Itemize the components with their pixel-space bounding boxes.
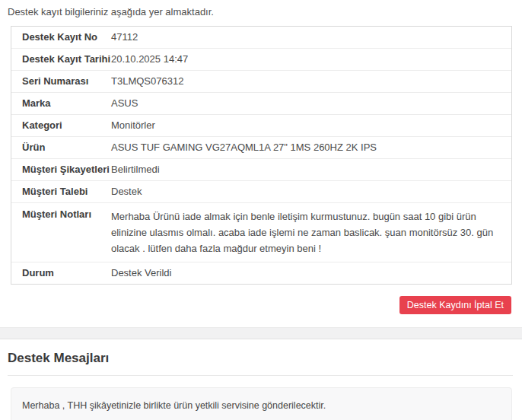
field-value: 47112: [111, 31, 505, 43]
messages-title-divider: [8, 375, 513, 376]
field-label: Marka: [22, 97, 111, 110]
section-divider: [0, 327, 522, 339]
cancel-support-record-button[interactable]: Destek Kaydını İptal Et: [399, 296, 511, 314]
field-label: Müşteri Talebi: [22, 186, 111, 198]
record-row-musteri-sikayetleri: Müşteri Şikayetleri Belirtilmedi: [11, 159, 511, 181]
field-value: Destek: [111, 186, 505, 198]
status-value: Destek Verildi: [111, 267, 505, 279]
field-value: Merhaba Ürünü iade almak için benle ilet…: [111, 208, 505, 256]
record-row-urun: Ürün ASUS TUF GAMING VG27AQML1A 27" 1MS …: [11, 137, 511, 159]
field-label: Müşteri Notları: [22, 208, 111, 256]
record-row-musteri-talebi: Müşteri Talebi Destek: [11, 181, 511, 203]
field-label: Müşteri Şikayetleri: [22, 164, 111, 176]
field-label: Kategori: [22, 119, 111, 132]
field-value: T3LMQS076312: [111, 75, 505, 88]
support-message-item: Merhaba , THH şikâyetinizle birlikte ürü…: [11, 387, 512, 420]
intro-text: Destek kayıt bilgileriniz aşağıda yer al…: [8, 6, 522, 18]
field-value: ASUS: [111, 97, 505, 110]
messages-section-title: Destek Mesajları: [8, 351, 522, 366]
record-row-kayit-no: Destek Kayıt No 47112: [11, 27, 511, 49]
field-label: Seri Numarası: [22, 75, 111, 88]
field-label: Ürün: [22, 142, 111, 154]
record-row-marka: Marka ASUS: [11, 93, 511, 115]
field-label: Durum: [22, 267, 111, 279]
record-row-durum: Durum Destek Verildi: [11, 262, 511, 284]
message-text: Merhaba , THH şikâyetinizle birlikte ürü…: [22, 399, 501, 412]
record-row-seri-numarasi: Seri Numarası T3LMQS076312: [11, 71, 511, 93]
record-row-kategori: Kategori Monitörler: [11, 115, 511, 137]
field-value: Belirtilmedi: [111, 164, 505, 176]
field-value: ASUS TUF GAMING VG27AQML1A 27" 1MS 260HZ…: [111, 142, 505, 154]
field-label: Destek Kayıt Tarihi: [22, 53, 111, 65]
field-label: Destek Kayıt No: [22, 31, 111, 43]
record-row-kayit-tarihi: Destek Kayıt Tarihi 20.10.2025 14:47: [11, 49, 511, 71]
field-value: 20.10.2025 14:47: [111, 53, 505, 65]
record-row-musteri-notlari: Müşteri Notları Merhaba Ürünü iade almak…: [11, 203, 511, 262]
field-value: Monitörler: [111, 119, 505, 132]
support-record-card: Destek Kayıt No 47112 Destek Kayıt Tarih…: [11, 26, 512, 285]
actions-bar: Destek Kaydını İptal Et: [0, 296, 511, 314]
